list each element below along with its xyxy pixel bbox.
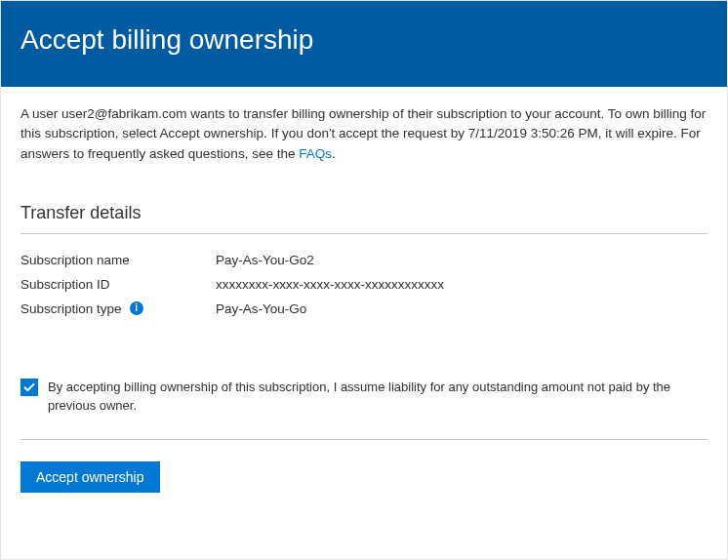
subscription-type-value: Pay-As-You-Go [216,301,306,316]
consent-row[interactable]: By accepting billing ownership of this s… [20,378,708,416]
intro-text-before: A user user2@fabrikam.com wants to trans… [20,106,706,161]
subscription-id-label: Subscription ID [20,277,216,292]
checkmark-icon [23,381,35,393]
table-row: Subscription type i Pay-As-You-Go [20,297,708,321]
consent-block: By accepting billing ownership of this s… [20,378,708,440]
consent-checkbox[interactable] [20,379,38,396]
page-title: Accept billing ownership [20,24,708,56]
faqs-link[interactable]: FAQs [299,146,332,161]
subscription-id-value: xxxxxxxx-xxxx-xxxx-xxxx-xxxxxxxxxxxx [216,277,444,292]
table-row: Subscription name Pay-As-You-Go2 [20,248,708,272]
actions-bar: Accept ownership [20,461,708,493]
consent-text: By accepting billing ownership of this s… [48,378,708,416]
subscription-name-value: Pay-As-You-Go2 [216,253,314,267]
subscription-type-label-text: Subscription type [20,301,122,316]
subscription-name-label: Subscription name [20,253,216,267]
intro-text-after: . [332,146,336,161]
info-icon[interactable]: i [130,301,143,315]
accept-ownership-button[interactable]: Accept ownership [20,461,160,493]
table-row: Subscription ID xxxxxxxx-xxxx-xxxx-xxxx-… [20,272,708,297]
page-header: Accept billing ownership [1,1,727,87]
page-content: A user user2@fabrikam.com wants to trans… [1,87,727,512]
subscription-type-label: Subscription type i [20,301,216,316]
transfer-details-section: Transfer details Subscription name Pay-A… [20,203,708,321]
transfer-details-table: Subscription name Pay-As-You-Go2 Subscri… [20,248,708,321]
transfer-details-heading: Transfer details [20,203,708,234]
intro-paragraph: A user user2@fabrikam.com wants to trans… [20,104,708,164]
